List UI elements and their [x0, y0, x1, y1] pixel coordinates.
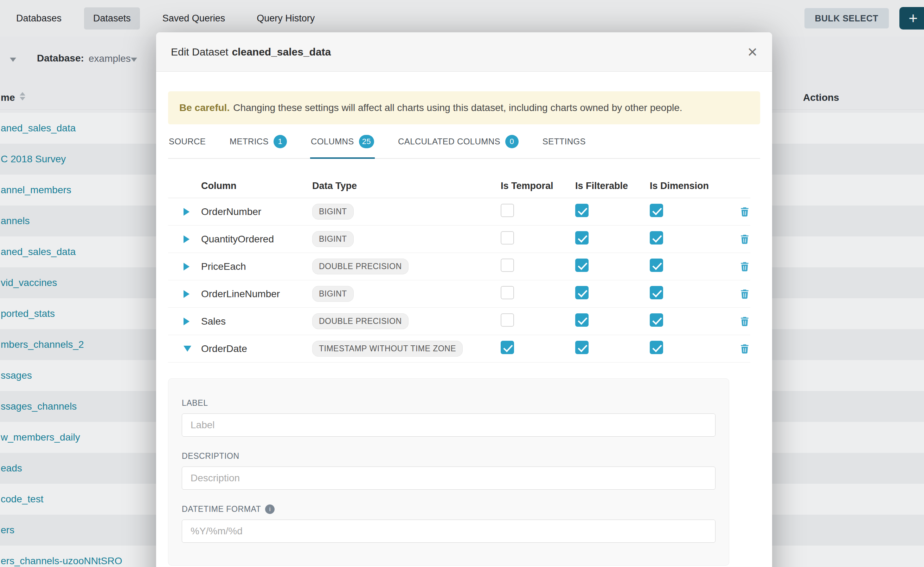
is-filterable-checkbox[interactable]	[575, 314, 588, 327]
is-temporal-checkbox[interactable]	[501, 258, 514, 272]
label-field: LABEL	[182, 398, 715, 436]
column-name: PriceEach	[201, 261, 312, 272]
column-detail-panel: LABEL DESCRIPTION DATETIME FORMAT	[168, 378, 729, 566]
close-icon[interactable]: ×	[748, 44, 757, 60]
is-dimension-checkbox[interactable]	[650, 231, 663, 244]
is-dimension-checkbox[interactable]	[650, 204, 663, 217]
tab-columns[interactable]: COLUMNS 25	[310, 124, 375, 158]
header-column: Column	[201, 181, 312, 192]
column-row: Sales DOUBLE PRECISION	[168, 308, 750, 335]
warning-banner: Be careful. Changing these settings will…	[168, 92, 760, 124]
is-temporal-checkbox[interactable]	[501, 231, 514, 244]
delete-column-icon[interactable]	[739, 261, 750, 272]
delete-column-icon[interactable]	[739, 288, 750, 300]
tab-source[interactable]: SOURCE	[168, 124, 206, 158]
data-type-pill: BIGINT	[312, 231, 354, 247]
modal-title-prefix: Edit Dataset	[171, 46, 228, 58]
tab-metrics[interactable]: METRICS 1	[229, 124, 287, 158]
expand-toggle[interactable]	[168, 318, 201, 325]
header-is-temporal: Is Temporal	[501, 181, 575, 192]
caret-icon	[184, 290, 190, 298]
edit-dataset-modal: Edit Datasetcleaned_sales_data × Be care…	[156, 32, 772, 567]
calculated-columns-count-badge: 0	[505, 135, 519, 148]
modal-title: Edit Datasetcleaned_sales_data	[171, 46, 331, 58]
modal-header: Edit Datasetcleaned_sales_data ×	[156, 32, 772, 72]
data-type-pill: DOUBLE PRECISION	[312, 258, 409, 274]
is-dimension-checkbox[interactable]	[650, 258, 663, 272]
delete-column-icon[interactable]	[739, 234, 750, 245]
column-row: PriceEach DOUBLE PRECISION	[168, 253, 750, 280]
is-temporal-checkbox[interactable]	[501, 286, 514, 299]
expand-toggle[interactable]	[168, 263, 201, 270]
data-type-pill: BIGINT	[312, 204, 354, 220]
datetime-format-input[interactable]	[182, 520, 715, 543]
column-row: OrderNumber BIGINT	[168, 198, 750, 225]
caret-icon	[184, 346, 191, 352]
columns-table-header: Column Data Type Is Temporal Is Filterab…	[168, 174, 750, 198]
modal-body: Be careful. Changing these settings will…	[156, 72, 772, 566]
column-name: OrderDate	[201, 343, 312, 354]
is-dimension-checkbox[interactable]	[650, 286, 663, 299]
description-field-label: DESCRIPTION	[182, 452, 715, 461]
is-temporal-checkbox[interactable]	[501, 341, 514, 354]
is-temporal-checkbox[interactable]	[501, 204, 514, 217]
header-is-filterable: Is Filterable	[575, 181, 650, 192]
label-field-label: LABEL	[182, 398, 715, 408]
is-filterable-checkbox[interactable]	[575, 258, 588, 272]
expand-toggle[interactable]	[168, 290, 201, 298]
is-dimension-checkbox[interactable]	[650, 314, 663, 327]
is-filterable-checkbox[interactable]	[575, 286, 588, 299]
expand-toggle[interactable]	[168, 208, 201, 216]
warning-bold-text: Be careful.	[179, 102, 230, 114]
is-filterable-checkbox[interactable]	[575, 341, 588, 354]
caret-icon	[184, 208, 190, 216]
column-row: QuantityOrdered BIGINT	[168, 225, 750, 253]
delete-column-icon[interactable]	[739, 206, 750, 218]
columns-count-badge: 25	[359, 135, 374, 148]
column-row: OrderDate TIMESTAMP WITHOUT TIME ZONE	[168, 335, 750, 363]
caret-icon	[184, 318, 190, 325]
label-input[interactable]	[182, 414, 715, 436]
is-filterable-checkbox[interactable]	[575, 231, 588, 244]
caret-icon	[184, 263, 190, 270]
description-field: DESCRIPTION	[182, 452, 715, 490]
data-type-pill: TIMESTAMP WITHOUT TIME ZONE	[312, 341, 463, 357]
datetime-format-field-label: DATETIME FORMAT	[182, 504, 715, 514]
header-data-type: Data Type	[312, 181, 501, 192]
column-name: OrderLineNumber	[201, 288, 312, 300]
is-dimension-checkbox[interactable]	[650, 341, 663, 354]
column-name: OrderNumber	[201, 206, 312, 218]
columns-table: Column Data Type Is Temporal Is Filterab…	[168, 174, 750, 363]
data-type-pill: BIGINT	[312, 286, 354, 302]
caret-icon	[184, 236, 190, 243]
column-name: Sales	[201, 316, 312, 327]
metrics-count-badge: 1	[274, 135, 287, 148]
warning-text: Changing these settings will affect all …	[233, 102, 682, 114]
info-icon[interactable]	[265, 504, 275, 514]
delete-column-icon[interactable]	[739, 343, 750, 354]
description-input[interactable]	[182, 466, 715, 490]
data-type-pill: DOUBLE PRECISION	[312, 314, 409, 329]
header-is-dimension: Is Dimension	[650, 181, 724, 192]
delete-column-icon[interactable]	[739, 316, 750, 327]
expand-toggle[interactable]	[168, 236, 201, 243]
datetime-format-field: DATETIME FORMAT	[182, 504, 715, 543]
expand-toggle[interactable]	[168, 346, 201, 352]
tab-settings[interactable]: SETTINGS	[542, 124, 587, 158]
modal-tabs: SOURCE METRICS 1 COLUMNS 25 CALCULATED C…	[168, 124, 760, 159]
column-row: OrderLineNumber BIGINT	[168, 280, 750, 308]
is-filterable-checkbox[interactable]	[575, 204, 588, 217]
tab-calculated-columns[interactable]: CALCULATED COLUMNS 0	[397, 124, 519, 158]
column-name: QuantityOrdered	[201, 234, 312, 245]
modal-title-dataset-name: cleaned_sales_data	[232, 46, 331, 58]
is-temporal-checkbox[interactable]	[501, 314, 514, 327]
